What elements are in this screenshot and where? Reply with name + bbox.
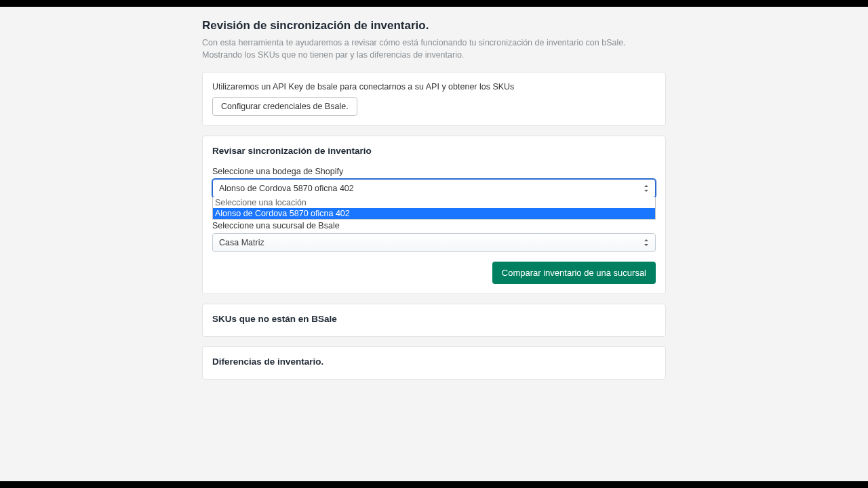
compare-button-row: Comparar inventario de una sucursal (212, 262, 656, 284)
review-title: Revisar sincronización de inventario (212, 146, 656, 156)
page-title: Revisión de sincronización de inventario… (202, 19, 666, 33)
updown-caret-icon (643, 239, 650, 247)
compare-inventory-button[interactable]: Comparar inventario de una sucursal (492, 262, 656, 284)
review-card: Revisar sincronización de inventario Sel… (202, 136, 666, 294)
shopify-warehouse-select[interactable]: Alonso de Cordova 5870 oficna 402 (212, 179, 656, 198)
missing-skus-card: SKUs que no están en BSale (202, 304, 666, 337)
dropdown-option-alonso[interactable]: Alonso de Cordova 5870 oficna 402 (213, 208, 655, 219)
updown-caret-icon (643, 184, 650, 192)
page-description: Con esta herramienta te ayudaremos a rev… (202, 37, 666, 61)
letterbox-top (0, 0, 868, 7)
configure-credentials-button[interactable]: Configurar credenciales de Bsale. (212, 97, 357, 116)
shopify-warehouse-label: Seleccione una bodega de Shopify (212, 167, 656, 176)
main-container: Revisión de sincronización de inventario… (202, 7, 666, 416)
credentials-info: Utilizaremos un API Key de bsale para co… (212, 82, 656, 92)
inventory-diff-card: Diferencias de inventario. (202, 346, 666, 380)
shopify-warehouse-dropdown: Seleccione una locación Alonso de Cordov… (212, 197, 656, 220)
bsale-branch-selected-value: Casa Matriz (219, 238, 264, 247)
inventory-diff-title: Diferencias de inventario. (212, 357, 656, 367)
bsale-branch-label: Seleccione una sucursal de Bsale (212, 221, 656, 230)
dropdown-option-placeholder[interactable]: Seleccione una locación (213, 197, 655, 208)
bsale-branch-select-wrap: Casa Matriz (212, 233, 656, 252)
credentials-card: Utilizaremos un API Key de bsale para co… (202, 72, 666, 126)
shopify-warehouse-select-wrap: Alonso de Cordova 5870 oficna 402 Selecc… (212, 179, 656, 198)
shopify-warehouse-selected-value: Alonso de Cordova 5870 oficna 402 (219, 184, 354, 193)
bsale-branch-select[interactable]: Casa Matriz (212, 233, 656, 252)
missing-skus-title: SKUs que no están en BSale (212, 314, 656, 324)
